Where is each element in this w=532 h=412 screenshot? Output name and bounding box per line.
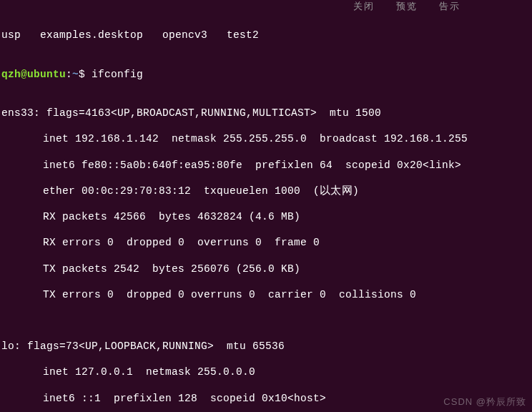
command-text: ifconfig (92, 69, 143, 80)
prompt-line[interactable]: qzh@ubuntu:~$ ifconfig (1, 68, 531, 81)
output-line: inet6 fe80::5a0b:640f:ea95:80fe prefixle… (1, 159, 531, 172)
prompt-host: ubuntu (27, 69, 66, 80)
output-line: TX errors 0 dropped 0 overruns 0 carrier… (1, 288, 531, 301)
prompt-symbol: $ (79, 69, 85, 80)
top-menu: 关闭 预览 告示 (346, 1, 468, 13)
prompt-path: ~ (72, 69, 79, 80)
output-line: RX errors 0 dropped 0 overruns 0 frame 0 (1, 236, 531, 249)
prompt-colon: : (66, 69, 72, 80)
partial-line: usp examples.desktop opencv3 test2 (1, 29, 259, 41)
output-line: TX packets 2542 bytes 256076 (256.0 KB) (1, 263, 531, 275)
output-line: RX packets 42566 bytes 4632824 (4.6 MB) (1, 210, 531, 223)
output-line: lo: flags=73<UP,LOOPBACK,RUNNING> mtu 65… (1, 340, 531, 353)
menu-item: 告示 (439, 1, 460, 12)
output-line: inet 192.168.1.142 netmask 255.255.255.0… (1, 132, 531, 145)
terminal-output: usp examples.desktop opencv3 test2 qzh@u… (1, 3, 531, 412)
prompt-at: @ (21, 69, 27, 80)
menu-item: 预览 (396, 1, 418, 12)
output-line: ens33: flags=4163<UP,BROADCAST,RUNNING,M… (1, 107, 531, 119)
output-line: ether 00:0c:29:70:83:12 txqueuelen 1000 … (1, 185, 531, 197)
watermark-text: CSDN @矜辰所致 (443, 396, 526, 408)
menu-item: 关闭 (353, 1, 375, 12)
output-line: inet 127.0.0.1 netmask 255.0.0.0 (1, 366, 531, 378)
prompt-user: qzh (1, 69, 21, 80)
